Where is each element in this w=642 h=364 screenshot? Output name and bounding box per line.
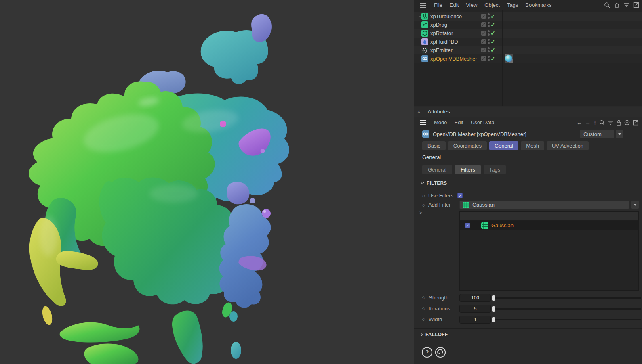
viewport-3d[interactable] (0, 0, 414, 364)
iterations-value-field[interactable]: 5 (459, 305, 491, 313)
object-title: OpenVDB Mesher [xpOpenVDBMesher] (433, 131, 526, 137)
filters-group-header[interactable]: FILTERS (421, 180, 447, 186)
up-icon[interactable]: ↑ (594, 120, 596, 126)
width-value-field[interactable]: 1 (459, 316, 491, 324)
object-row-xpemitter[interactable]: xpEmitter ✓ (414, 46, 642, 54)
lock-icon[interactable] (616, 120, 621, 126)
fluid-icon[interactable] (421, 38, 428, 45)
object-name[interactable]: xpEmitter (430, 47, 453, 53)
tab-basic[interactable]: Basic (422, 141, 446, 150)
menu-bookmarks[interactable]: Bookmarks (522, 2, 555, 8)
strength-row: ◇ Strength 100 (414, 294, 642, 302)
menu-icon[interactable] (420, 3, 426, 8)
visibility-dots[interactable] (488, 47, 490, 53)
add-filter-combobox[interactable]: Gaussian (459, 201, 629, 209)
menu-object[interactable]: Object (481, 2, 503, 8)
visibility-dots[interactable] (488, 30, 490, 36)
enabled-check-icon[interactable]: ✓ (490, 13, 495, 19)
expander-icon[interactable]: > (419, 210, 422, 216)
drag-icon[interactable] (421, 21, 428, 28)
visibility-dots[interactable] (488, 13, 490, 19)
layer-toggle-icon[interactable] (481, 14, 486, 19)
menu-view[interactable]: View (462, 2, 481, 8)
filter-list[interactable]: ✓ Gaussian (459, 211, 639, 291)
attributes-titlebar[interactable]: × Attributes (414, 107, 642, 117)
layer-toggle-icon[interactable] (481, 31, 486, 36)
forward-icon[interactable]: → (585, 120, 591, 126)
enabled-check-icon[interactable]: ✓ (490, 30, 495, 36)
menu-user-data[interactable]: User Data (467, 119, 498, 126)
menu-edit[interactable]: Edit (446, 2, 462, 8)
object-name-selected[interactable]: xpOpenVDBMesher (430, 56, 477, 62)
target-icon[interactable] (624, 120, 630, 126)
enabled-check-icon[interactable]: ✓ (490, 21, 495, 28)
object-name[interactable]: xpFluidPBD (430, 39, 458, 45)
search-icon[interactable] (599, 120, 605, 126)
new-window-icon[interactable] (633, 120, 638, 126)
iterations-slider[interactable] (494, 308, 641, 310)
tab-general[interactable]: General (489, 141, 518, 150)
help-icon[interactable]: ? (421, 347, 433, 358)
add-filter-label: Add Filter (428, 202, 451, 208)
emitter-icon[interactable] (421, 47, 428, 54)
enabled-check-icon[interactable]: ✓ (490, 38, 495, 45)
filter-icon[interactable] (623, 2, 629, 8)
search-icon[interactable] (604, 2, 610, 8)
object-row-xpopenvdbmesher[interactable]: xpOpenVDBMesher ✓ (414, 54, 642, 63)
openvdb-mesher-icon[interactable] (421, 55, 428, 62)
menu-tags[interactable]: Tags (503, 2, 522, 8)
param-diamond-icon: ◇ (422, 317, 425, 321)
subtab-general[interactable]: General (422, 165, 452, 174)
preset-dropdown-arrow[interactable] (616, 130, 623, 138)
filter-icon[interactable] (608, 120, 613, 125)
material-thumbnail[interactable] (505, 54, 513, 63)
attributes-panel: × Attributes Mode Edit User Data ← → ↑ (414, 106, 642, 364)
visibility-dots[interactable] (488, 22, 490, 27)
tab-uv-advection[interactable]: UV Advection (547, 141, 589, 150)
menu-icon[interactable] (420, 120, 426, 125)
object-row-xpdrag[interactable]: xpDrag ✓ (414, 21, 642, 29)
layer-toggle-icon[interactable] (481, 56, 486, 61)
layer-toggle-icon[interactable] (481, 39, 486, 44)
object-name[interactable]: xpDrag (430, 22, 447, 28)
object-row-xpfluidpbd[interactable]: xpFluidPBD ✓ (414, 38, 642, 46)
slider-handle[interactable] (492, 306, 495, 312)
slider-handle[interactable] (492, 295, 495, 301)
slider-handle[interactable] (492, 317, 495, 322)
tab-coordinates[interactable]: Coordinates (448, 141, 487, 150)
enabled-check-icon[interactable]: ✓ (490, 55, 495, 62)
falloff-group-header[interactable]: FALLOFF (421, 332, 448, 337)
enabled-check-icon[interactable]: ✓ (490, 47, 495, 53)
tab-mesh[interactable]: Mesh (521, 141, 544, 150)
visibility-dots[interactable] (488, 39, 490, 44)
subtab-filters[interactable]: Filters (455, 165, 480, 174)
object-row-xprotator[interactable]: xpRotator ✓ (414, 29, 642, 38)
iterations-row: ◇ Iterations 5 (414, 305, 642, 313)
object-name[interactable]: xpRotator (430, 30, 453, 36)
filter-list-item-gaussian[interactable]: ✓ Gaussian (460, 221, 638, 230)
width-slider[interactable] (494, 319, 641, 320)
menu-mode[interactable]: Mode (430, 119, 451, 126)
close-icon[interactable]: × (417, 109, 421, 114)
use-filters-checkbox[interactable]: ✓ (457, 193, 463, 198)
back-icon[interactable]: ← (577, 120, 582, 126)
menu-file[interactable]: File (430, 2, 446, 8)
preset-dropdown[interactable]: Custom (580, 130, 614, 138)
turbulence-icon[interactable] (421, 13, 428, 20)
rotator-icon[interactable] (421, 30, 428, 37)
home-icon[interactable] (614, 2, 620, 8)
object-name[interactable]: xpTurbulence (430, 13, 462, 19)
filter-enabled-checkbox[interactable]: ✓ (465, 223, 470, 228)
menu-edit[interactable]: Edit (451, 119, 467, 126)
subtab-tags[interactable]: Tags (484, 165, 506, 174)
strength-value-field[interactable]: 100 (459, 294, 491, 302)
reset-icon[interactable] (435, 347, 446, 358)
layer-toggle-icon[interactable] (481, 48, 486, 52)
strength-slider[interactable] (494, 297, 641, 299)
param-diamond-icon: ◇ (422, 194, 425, 198)
add-filter-dropdown-arrow[interactable] (631, 201, 639, 209)
visibility-dots[interactable] (488, 56, 490, 61)
new-window-icon[interactable] (633, 2, 639, 8)
object-row-xpturbulence[interactable]: xpTurbulence ✓ (414, 12, 642, 21)
layer-toggle-icon[interactable] (481, 22, 486, 27)
